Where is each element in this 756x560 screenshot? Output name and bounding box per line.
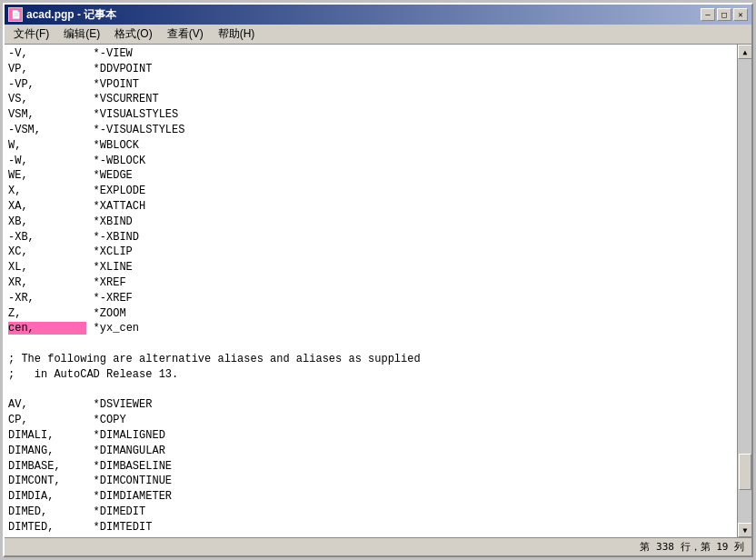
title-bar-left: 📄 acad.pgp - 记事本 [8, 7, 116, 23]
status-text: 第 338 行，第 19 列 [640, 540, 744, 554]
main-window: 📄 acad.pgp - 记事本 — □ ✕ 文件(F) 编辑(E) 格式(O)… [3, 3, 753, 557]
close-button[interactable]: ✕ [733, 8, 748, 21]
minimize-button[interactable]: — [701, 8, 715, 21]
vertical-scrollbar[interactable]: ▲ ▼ [737, 45, 751, 537]
menu-edit[interactable]: 编辑(E) [56, 25, 107, 44]
maximize-button[interactable]: □ [717, 8, 731, 21]
menu-format[interactable]: 格式(O) [107, 25, 159, 44]
text-editor[interactable]: -V, *-VIEWVP, *DDVPOINT-VP, *VPOINTVS, *… [5, 45, 737, 537]
scroll-track[interactable] [738, 59, 751, 523]
status-bar: 第 338 行，第 19 列 [5, 537, 751, 555]
app-icon: 📄 [8, 7, 23, 22]
scroll-thumb[interactable] [739, 454, 751, 490]
menu-file[interactable]: 文件(F) [6, 25, 56, 44]
scroll-up-button[interactable]: ▲ [738, 45, 751, 59]
menu-view[interactable]: 查看(V) [160, 25, 211, 44]
menu-help[interactable]: 帮助(H) [211, 25, 263, 44]
title-buttons: — □ ✕ [701, 8, 748, 21]
content-area: -V, *-VIEWVP, *DDVPOINT-VP, *VPOINTVS, *… [5, 45, 751, 537]
window-title: acad.pgp - 记事本 [26, 7, 116, 23]
menu-bar: 文件(F) 编辑(E) 格式(O) 查看(V) 帮助(H) [5, 25, 751, 45]
scroll-down-button[interactable]: ▼ [738, 523, 751, 537]
title-bar: 📄 acad.pgp - 记事本 — □ ✕ [5, 5, 751, 25]
